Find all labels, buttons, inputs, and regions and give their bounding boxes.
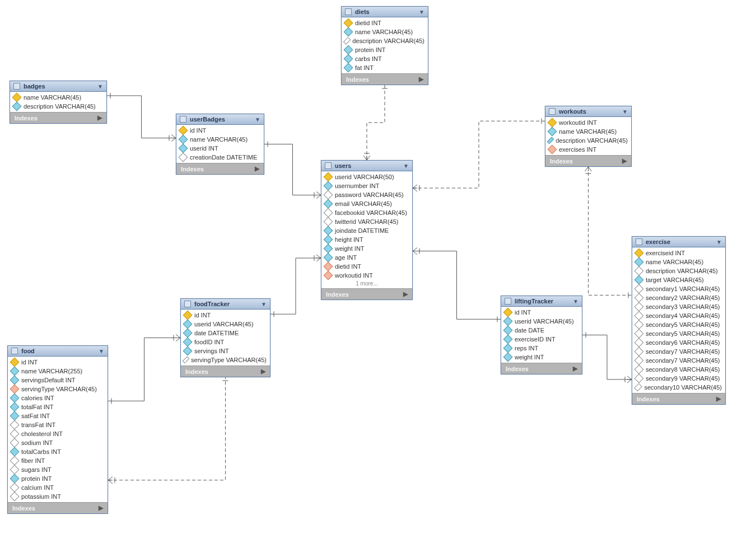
column-row[interactable]: description VARCHAR(45) (545, 136, 631, 145)
column-row[interactable]: foodID INT (181, 338, 270, 346)
column-row[interactable]: secondary6 VARCHAR(45) (632, 338, 725, 347)
column-row[interactable]: sugars INT (8, 465, 108, 474)
indexes-section[interactable]: Indexes▶ (181, 366, 270, 377)
column-row[interactable]: date DATE (501, 326, 582, 335)
column-row[interactable]: id INT (181, 311, 270, 320)
column-row[interactable]: email VARCHAR(45) (321, 199, 412, 208)
table-badges[interactable]: badges▼name VARCHAR(45)description VARCH… (10, 81, 107, 124)
column-row[interactable]: id INT (176, 126, 264, 135)
column-row[interactable]: target VARCHAR(45) (632, 275, 725, 284)
column-row[interactable]: description VARCHAR(45) (342, 36, 428, 45)
chevron-down-icon[interactable]: ▼ (403, 163, 409, 169)
column-row[interactable]: transFat INT (8, 420, 108, 429)
column-row[interactable]: workoutid INT (545, 118, 631, 127)
indexes-section[interactable]: Indexes▶ (342, 73, 428, 85)
column-row[interactable]: userid VARCHAR(50) (321, 172, 412, 181)
column-row[interactable]: secondary9 VARCHAR(45) (632, 374, 725, 383)
column-row[interactable]: servingType VARCHAR(45) (181, 355, 270, 364)
column-row[interactable]: exercises INT (545, 145, 631, 154)
indexes-section[interactable]: Indexes▶ (8, 502, 108, 513)
column-row[interactable]: date DATETIME (181, 329, 270, 338)
column-row[interactable]: secondary2 VARCHAR(45) (632, 293, 725, 302)
column-row[interactable]: reps INT (501, 344, 582, 353)
column-row[interactable]: totalFat INT (8, 402, 108, 411)
table-header[interactable]: diets▼ (342, 7, 428, 17)
column-row[interactable]: creationDate DATETIME (176, 153, 264, 162)
table-liftingTracker[interactable]: liftingTracker▼id INTuserid VARCHAR(45)d… (501, 296, 582, 374)
table-userBadges[interactable]: userBadges▼id INTname VARCHAR(45)userid … (176, 114, 264, 175)
column-row[interactable]: protein INT (8, 474, 108, 483)
column-row[interactable]: servings INT (181, 346, 270, 355)
chevron-right-icon[interactable]: ▶ (97, 114, 102, 121)
column-row[interactable]: name VARCHAR(45) (342, 27, 428, 36)
column-row[interactable]: servingType VARCHAR(45) (8, 385, 108, 394)
chevron-right-icon[interactable]: ▶ (419, 76, 423, 83)
chevron-down-icon[interactable]: ▼ (97, 83, 103, 90)
chevron-right-icon[interactable]: ▶ (255, 165, 259, 172)
chevron-right-icon[interactable]: ▶ (622, 157, 627, 165)
column-row[interactable]: secondary7 VARCHAR(45) (632, 356, 725, 365)
column-row[interactable]: secondary5 VARCHAR(45) (632, 320, 725, 329)
column-row[interactable]: workoutid INT (321, 271, 412, 280)
table-workouts[interactable]: workouts▼workoutid INTname VARCHAR(45)de… (545, 106, 632, 167)
indexes-section[interactable]: Indexes▶ (545, 155, 631, 166)
chevron-down-icon[interactable]: ▼ (419, 9, 424, 15)
table-header[interactable]: badges▼ (10, 81, 106, 92)
table-diets[interactable]: diets▼dietid INTname VARCHAR(45)descript… (341, 6, 428, 85)
indexes-section[interactable]: Indexes▶ (501, 363, 582, 374)
more-row[interactable]: 1 more... (321, 280, 412, 287)
column-row[interactable]: fat INT (342, 63, 428, 72)
table-users[interactable]: users▼userid VARCHAR(50)usernumber INTpa… (321, 160, 413, 300)
column-row[interactable]: name VARCHAR(45) (632, 257, 725, 266)
column-row[interactable]: description VARCHAR(45) (10, 102, 106, 111)
column-row[interactable]: satFat INT (8, 411, 108, 420)
column-row[interactable]: name VARCHAR(45) (176, 135, 264, 144)
chevron-right-icon[interactable]: ▶ (716, 395, 721, 402)
column-row[interactable]: userid VARCHAR(45) (501, 317, 582, 326)
column-row[interactable]: age INT (321, 253, 412, 262)
column-row[interactable]: userid VARCHAR(45) (181, 320, 270, 329)
column-row[interactable]: weight INT (321, 244, 412, 253)
table-header[interactable]: food▼ (8, 346, 108, 357)
column-row[interactable]: joindate DATETIME (321, 226, 412, 235)
column-row[interactable]: cholesterol INT (8, 429, 108, 438)
column-row[interactable]: secondary10 VARCHAR(45) (632, 383, 725, 392)
column-row[interactable]: exerciseID INT (501, 335, 582, 344)
column-row[interactable]: potassium INT (8, 492, 108, 501)
chevron-down-icon[interactable]: ▼ (716, 239, 722, 245)
column-row[interactable]: name VARCHAR(255) (8, 367, 108, 376)
chevron-right-icon[interactable]: ▶ (403, 291, 408, 298)
chevron-down-icon[interactable]: ▼ (255, 116, 260, 123)
column-row[interactable]: secondary3 VARCHAR(45) (632, 302, 725, 311)
table-exercise[interactable]: exercise▼exerciseid INTname VARCHAR(45)d… (632, 236, 726, 405)
chevron-right-icon[interactable]: ▶ (99, 504, 103, 512)
column-row[interactable]: carbs INT (342, 54, 428, 63)
column-row[interactable]: name VARCHAR(45) (545, 127, 631, 136)
table-food[interactable]: food▼id INTname VARCHAR(255)servingsDefa… (7, 345, 108, 514)
column-row[interactable]: secondary7 VARCHAR(45) (632, 347, 725, 356)
column-row[interactable]: name VARCHAR(45) (10, 93, 106, 102)
chevron-down-icon[interactable]: ▼ (622, 109, 628, 115)
column-row[interactable]: protein INT (342, 45, 428, 54)
column-row[interactable]: facebookid VARCHAR(45) (321, 208, 412, 217)
column-row[interactable]: id INT (8, 358, 108, 367)
column-row[interactable]: calcium INT (8, 483, 108, 492)
column-row[interactable]: height INT (321, 235, 412, 244)
column-row[interactable]: secondary5 VARCHAR(45) (632, 329, 725, 338)
indexes-section[interactable]: Indexes▶ (176, 163, 264, 174)
column-row[interactable]: secondary1 VARCHAR(45) (632, 284, 725, 293)
chevron-right-icon[interactable]: ▶ (573, 365, 577, 372)
column-row[interactable]: id INT (501, 308, 582, 317)
indexes-section[interactable]: Indexes▶ (10, 112, 106, 123)
column-row[interactable]: secondary4 VARCHAR(45) (632, 311, 725, 320)
table-header[interactable]: liftingTracker▼ (501, 296, 582, 307)
chevron-down-icon[interactable]: ▼ (573, 298, 578, 305)
column-row[interactable]: usernumber INT (321, 181, 412, 190)
column-row[interactable]: weight INT (501, 353, 582, 362)
table-header[interactable]: users▼ (321, 161, 412, 171)
indexes-section[interactable]: Indexes▶ (632, 393, 725, 404)
chevron-down-icon[interactable]: ▼ (99, 348, 104, 354)
column-row[interactable]: secondary8 VARCHAR(45) (632, 365, 725, 374)
table-foodTracker[interactable]: foodTracker▼id INTuserid VARCHAR(45)date… (180, 298, 270, 377)
column-row[interactable]: calories INT (8, 394, 108, 402)
